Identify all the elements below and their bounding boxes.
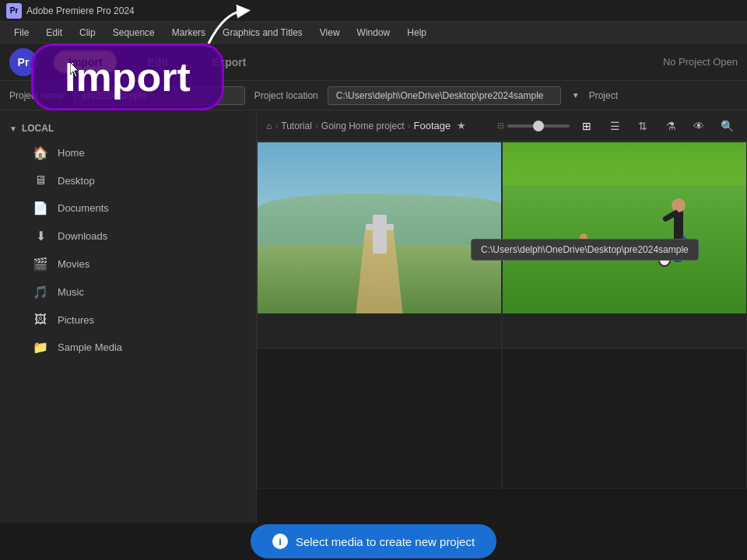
movies-icon: 🎬 bbox=[33, 257, 48, 271]
breadcrumb-footage: Footage bbox=[414, 120, 451, 131]
menu-clip[interactable]: Clip bbox=[72, 24, 103, 41]
nav-import-button[interactable]: Import bbox=[53, 50, 118, 75]
breadcrumb-bar: C:\Users\delph\OneDrive\Desktop\pre2024s… bbox=[257, 110, 747, 142]
file-card-soccer[interactable] bbox=[502, 142, 747, 348]
top-nav: Pr Import Edit Export No Project Open bbox=[0, 44, 747, 81]
preview-button[interactable]: 👁 bbox=[688, 115, 710, 137]
file-card-4[interactable] bbox=[502, 348, 747, 488]
menu-sequence[interactable]: Sequence bbox=[105, 24, 163, 41]
grid-view-button[interactable]: ⊞ bbox=[576, 115, 598, 137]
nav-export-button[interactable]: Export bbox=[198, 51, 260, 73]
location-dropdown-arrow[interactable]: ▼ bbox=[572, 91, 580, 100]
project-location-label: Project location bbox=[254, 90, 318, 101]
sample-media-icon: 📁 bbox=[33, 340, 48, 355]
title-bar: Pr Adobe Premiere Pro 2024 bbox=[0, 0, 747, 22]
file-card-cross[interactable] bbox=[257, 142, 502, 348]
menu-window[interactable]: Window bbox=[349, 24, 398, 41]
sidebar-item-movies[interactable]: 🎬 Movies bbox=[5, 250, 251, 278]
list-view-button[interactable]: ☰ bbox=[604, 115, 626, 137]
sidebar-item-documents[interactable]: 📄 Documents bbox=[5, 194, 251, 222]
music-icon: 🎵 bbox=[33, 285, 48, 299]
sidebar-item-downloads[interactable]: ⬇ Downloads bbox=[5, 222, 251, 250]
local-chevron-icon: ▼ bbox=[9, 124, 17, 133]
status-bar: i Select media to create new project bbox=[0, 523, 747, 560]
breadcrumb-root[interactable]: ⌂ bbox=[266, 121, 272, 131]
pictures-icon: 🖼 bbox=[33, 313, 48, 327]
status-message: Select media to create new project bbox=[296, 535, 475, 548]
size-slider-handle[interactable] bbox=[533, 121, 544, 131]
sidebar-item-desktop[interactable]: 🖥 Desktop bbox=[5, 167, 251, 194]
content-area: C:\Users\delph\OneDrive\Desktop\pre2024s… bbox=[257, 110, 747, 523]
downloads-icon: ⬇ bbox=[33, 229, 48, 243]
project-settings-label: Project bbox=[589, 90, 618, 101]
menu-file[interactable]: File bbox=[6, 24, 37, 41]
app-icon: Pr bbox=[6, 3, 22, 19]
status-pill: i Select media to create new project bbox=[251, 524, 496, 558]
breadcrumb-star-icon[interactable]: ★ bbox=[457, 120, 466, 131]
file-card-3[interactable] bbox=[257, 348, 502, 488]
sidebar-item-pictures[interactable]: 🖼 Pictures bbox=[5, 306, 251, 333]
nav-logo: Pr bbox=[9, 48, 37, 76]
toolbar-right: ⊟ ⊞ ☰ ⇅ ⚗ 👁 🔍 bbox=[497, 115, 738, 137]
info-icon: i bbox=[272, 534, 288, 549]
project-location-input[interactable] bbox=[328, 86, 561, 105]
sidebar-item-music[interactable]: 🎵 Music bbox=[5, 278, 251, 306]
menu-help[interactable]: Help bbox=[399, 24, 434, 41]
local-section-header[interactable]: ▼ LOCAL bbox=[0, 118, 256, 138]
project-status: No Project Open bbox=[663, 56, 738, 68]
home-icon: 🏠 bbox=[33, 145, 48, 160]
nav-edit-button[interactable]: Edit bbox=[134, 51, 182, 73]
sidebar: ▼ LOCAL 🏠 Home 🖥 Desktop 📄 Documents ⬇ D… bbox=[0, 110, 257, 523]
documents-icon: 📄 bbox=[33, 201, 48, 215]
size-slider-track[interactable] bbox=[507, 124, 570, 128]
menu-markers[interactable]: Markers bbox=[164, 24, 213, 41]
app-title: Adobe Premiere Pro 2024 bbox=[26, 5, 135, 16]
menu-view[interactable]: View bbox=[312, 24, 348, 41]
sidebar-item-sample-media[interactable]: 📁 Sample Media bbox=[5, 334, 251, 361]
thumbnail-size-slider[interactable]: ⊟ bbox=[497, 121, 570, 131]
main-layout: ▼ LOCAL 🏠 Home 🖥 Desktop 📄 Documents ⬇ D… bbox=[0, 110, 747, 523]
search-button[interactable]: 🔍 bbox=[716, 115, 738, 137]
desktop-icon: 🖥 bbox=[33, 173, 48, 187]
filter-button[interactable]: ⚗ bbox=[660, 115, 682, 137]
project-name-input[interactable] bbox=[74, 86, 245, 105]
menu-bar: File Edit Clip Sequence Markers Graphics… bbox=[0, 22, 747, 44]
project-bar: Project name Project location ▼ Project bbox=[0, 81, 747, 110]
menu-graphics-titles[interactable]: Graphics and Titles bbox=[215, 24, 310, 41]
project-name-label: Project name bbox=[9, 90, 65, 101]
file-grid bbox=[257, 142, 747, 523]
sort-button[interactable]: ⇅ bbox=[632, 115, 654, 137]
sidebar-item-home[interactable]: 🏠 Home bbox=[5, 139, 251, 166]
breadcrumb-going-home[interactable]: Going Home project bbox=[321, 121, 405, 131]
menu-edit[interactable]: Edit bbox=[38, 24, 70, 41]
breadcrumb-tutorial[interactable]: Tutorial bbox=[281, 121, 312, 131]
